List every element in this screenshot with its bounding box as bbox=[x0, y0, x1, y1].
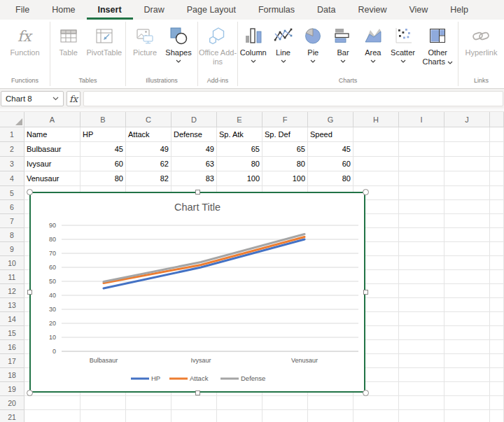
scatter-button[interactable]: Scatter bbox=[388, 22, 418, 63]
cell-i11[interactable] bbox=[399, 270, 444, 284]
row-header-13[interactable]: 13 bbox=[0, 298, 24, 312]
cell-i21[interactable] bbox=[399, 410, 444, 422]
tab-review[interactable]: Review bbox=[346, 0, 398, 20]
cell-i16[interactable] bbox=[399, 340, 444, 354]
cell-j2[interactable] bbox=[444, 142, 490, 157]
cell-j7[interactable] bbox=[444, 214, 490, 228]
cell-partial-7[interactable] bbox=[490, 214, 504, 228]
cell-a4[interactable]: Venusaur bbox=[24, 171, 80, 186]
cell-b21[interactable] bbox=[80, 410, 126, 422]
cell-f2[interactable]: 65 bbox=[262, 142, 308, 157]
cell-j21[interactable] bbox=[444, 410, 490, 422]
area-button[interactable]: Area bbox=[358, 22, 388, 63]
cell-j13[interactable] bbox=[444, 298, 490, 312]
row-header-11[interactable]: 11 bbox=[0, 270, 24, 284]
cell-h1[interactable] bbox=[354, 127, 399, 142]
column-header-h[interactable]: H bbox=[354, 112, 399, 127]
row-header-18[interactable]: 18 bbox=[0, 368, 24, 382]
row-header-14[interactable]: 14 bbox=[0, 312, 24, 326]
cell-h21[interactable] bbox=[354, 410, 399, 422]
row-header-6[interactable]: 6 bbox=[0, 200, 24, 214]
insert-function-button[interactable]: fx bbox=[66, 91, 80, 106]
formula-input[interactable] bbox=[83, 91, 503, 106]
cell-partial-5[interactable] bbox=[490, 186, 504, 200]
cell-i5[interactable] bbox=[399, 186, 444, 200]
cell-c1[interactable]: Attack bbox=[126, 127, 172, 142]
embedded-chart-object[interactable]: 0102030405060708090Chart TitleBulbasaurI… bbox=[29, 192, 365, 393]
cell-c4[interactable]: 82 bbox=[126, 171, 172, 186]
cell-j20[interactable] bbox=[444, 396, 490, 410]
cell-j17[interactable] bbox=[444, 354, 490, 368]
cell-partial-2[interactable] bbox=[490, 142, 504, 157]
cell-d3[interactable]: 63 bbox=[172, 157, 217, 171]
shapes-button[interactable]: Shapes bbox=[164, 22, 193, 63]
cell-j3[interactable] bbox=[444, 157, 490, 171]
column-header-f[interactable]: F bbox=[262, 112, 308, 127]
cell-i8[interactable] bbox=[399, 228, 444, 242]
cell-i19[interactable] bbox=[399, 382, 444, 396]
cell-i4[interactable] bbox=[399, 171, 444, 186]
cell-partial-8[interactable] bbox=[490, 228, 504, 242]
cell-j1[interactable] bbox=[444, 127, 490, 142]
cell-partial-14[interactable] bbox=[490, 312, 504, 326]
cell-j10[interactable] bbox=[444, 256, 490, 270]
tab-file[interactable]: File bbox=[4, 0, 41, 20]
cell-j12[interactable] bbox=[444, 284, 490, 298]
column-header-partial[interactable] bbox=[490, 112, 504, 127]
function-button[interactable]: fxFunction bbox=[10, 22, 39, 57]
cell-g3[interactable]: 60 bbox=[308, 157, 354, 171]
cell-i6[interactable] bbox=[399, 200, 444, 214]
tab-view[interactable]: View bbox=[398, 0, 439, 20]
row-header-16[interactable]: 16 bbox=[0, 340, 24, 354]
hyperlink-button[interactable]: Hyperlink bbox=[465, 22, 498, 57]
cell-i20[interactable] bbox=[399, 396, 444, 410]
row-header-3[interactable]: 3 bbox=[0, 157, 24, 171]
cell-i1[interactable] bbox=[399, 127, 444, 142]
row-header-1[interactable]: 1 bbox=[0, 127, 24, 142]
cell-j19[interactable] bbox=[444, 382, 490, 396]
cell-d2[interactable]: 49 bbox=[172, 142, 217, 157]
cell-partial-13[interactable] bbox=[490, 298, 504, 312]
chart-handle-top-left[interactable] bbox=[27, 189, 33, 195]
name-box-dropdown-icon[interactable] bbox=[52, 97, 59, 101]
tab-data[interactable]: Data bbox=[306, 0, 346, 20]
cell-h20[interactable] bbox=[354, 396, 399, 410]
cell-e20[interactable] bbox=[217, 396, 262, 410]
cell-f21[interactable] bbox=[262, 410, 308, 422]
cell-f1[interactable]: Sp. Def bbox=[262, 127, 308, 142]
cell-d21[interactable] bbox=[172, 410, 217, 422]
cell-partial-19[interactable] bbox=[490, 382, 504, 396]
column-button[interactable]: Column bbox=[239, 22, 268, 63]
cell-h2[interactable] bbox=[354, 142, 399, 157]
cell-j11[interactable] bbox=[444, 270, 490, 284]
cell-h4[interactable] bbox=[354, 171, 399, 186]
column-header-d[interactable]: D bbox=[172, 112, 217, 127]
cell-partial-20[interactable] bbox=[490, 396, 504, 410]
cell-e3[interactable]: 80 bbox=[217, 157, 262, 171]
row-header-10[interactable]: 10 bbox=[0, 256, 24, 270]
other-charts-button[interactable]: Other Charts bbox=[418, 22, 457, 66]
cell-j9[interactable] bbox=[444, 242, 490, 256]
cell-partial-4[interactable] bbox=[490, 171, 504, 186]
cell-j16[interactable] bbox=[444, 340, 490, 354]
chart-handle-bottom-right[interactable] bbox=[363, 390, 369, 396]
cell-b3[interactable]: 60 bbox=[80, 157, 126, 171]
cell-c20[interactable] bbox=[126, 396, 172, 410]
cell-i17[interactable] bbox=[399, 354, 444, 368]
column-header-a[interactable]: A bbox=[24, 112, 80, 127]
tab-page-layout[interactable]: Page Layout bbox=[176, 0, 247, 20]
cell-g1[interactable]: Speed bbox=[308, 127, 354, 142]
cell-f3[interactable]: 80 bbox=[262, 157, 308, 171]
cell-a20[interactable] bbox=[24, 396, 80, 410]
cell-partial-6[interactable] bbox=[490, 200, 504, 214]
cell-f20[interactable] bbox=[262, 396, 308, 410]
cell-partial-9[interactable] bbox=[490, 242, 504, 256]
cell-partial-3[interactable] bbox=[490, 157, 504, 171]
row-header-7[interactable]: 7 bbox=[0, 214, 24, 228]
cell-i13[interactable] bbox=[399, 298, 444, 312]
cell-e1[interactable]: Sp. Atk bbox=[217, 127, 262, 142]
pie-button[interactable]: Pie bbox=[298, 22, 328, 63]
select-all-button[interactable] bbox=[0, 112, 24, 127]
cell-a21[interactable] bbox=[24, 410, 80, 422]
cell-e2[interactable]: 65 bbox=[217, 142, 262, 157]
